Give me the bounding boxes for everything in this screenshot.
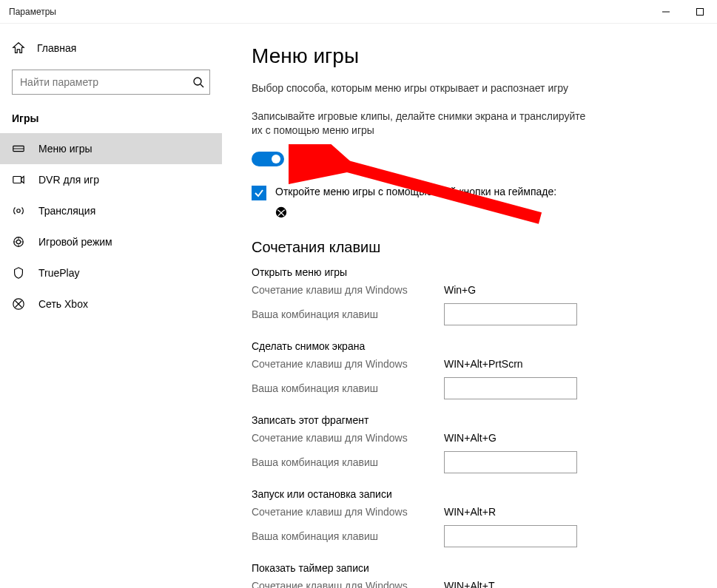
shortcut-group: Открыть меню игрыСочетание клавиш для Wi… — [252, 266, 687, 325]
xbox-button-icon — [275, 206, 687, 221]
search-wrap — [12, 70, 210, 95]
shortcut-group: Запуск или остановка записиСочетание кла… — [252, 488, 687, 547]
sidebar-item-label: Игровой режим — [38, 236, 112, 248]
window-controls — [649, 0, 717, 24]
game-mode-icon — [12, 235, 25, 249]
game-bar-toggle[interactable] — [252, 152, 284, 166]
shortcut-group: Сделать снимок экранаСочетание клавиш дл… — [252, 340, 687, 399]
search-icon — [192, 76, 204, 88]
page-title: Меню игры — [252, 44, 687, 68]
shortcut-user-label: Ваша комбинация клавиш — [252, 456, 444, 468]
svg-line-3 — [201, 84, 203, 87]
shortcut-group: Показать таймер записиСочетание клавиш д… — [252, 562, 687, 588]
shortcut-user-input[interactable] — [444, 525, 577, 547]
shortcut-user-row: Ваша комбинация клавиш — [252, 303, 687, 325]
shortcut-user-input[interactable] — [444, 377, 577, 399]
sidebar-item-game-bar[interactable]: Меню игры — [0, 133, 222, 164]
shortcut-name: Сделать снимок экрана — [252, 340, 687, 352]
sidebar-item-label: Трансляция — [38, 205, 95, 217]
svg-point-15 — [276, 207, 286, 217]
search-input[interactable] — [12, 70, 210, 95]
game-bar-icon — [12, 142, 25, 155]
home-label: Главная — [37, 42, 76, 54]
shortcut-windows-label: Сочетание клавиш для Windows — [252, 432, 444, 444]
shortcut-user-input[interactable] — [444, 451, 577, 473]
home-link[interactable]: Главная — [0, 36, 222, 61]
toggle-label: Вкл. — [293, 153, 314, 165]
shortcut-windows-value: WIN+Alt+G — [444, 432, 496, 444]
sidebar-item-label: Сеть Xbox — [38, 298, 88, 310]
sidebar-item-xbox-network[interactable]: Сеть Xbox — [0, 288, 222, 320]
shortcut-user-label: Ваша комбинация клавиш — [252, 530, 444, 542]
broadcast-icon — [12, 204, 25, 217]
shortcut-name: Показать таймер записи — [252, 562, 687, 574]
shortcut-windows-label: Сочетание клавиш для Windows — [252, 580, 444, 588]
shortcut-windows-value: WIN+Alt+T — [444, 580, 494, 588]
shortcut-user-input[interactable] — [444, 303, 577, 325]
shortcut-group: Записать этот фрагментСочетание клавиш д… — [252, 414, 687, 473]
shortcut-user-row: Ваша комбинация клавиш — [252, 377, 687, 399]
minimize-button[interactable] — [649, 0, 683, 24]
sidebar-item-trueplay[interactable]: TruePlay — [0, 257, 222, 288]
gamepad-checkbox[interactable] — [252, 186, 266, 200]
sidebar-item-game-mode[interactable]: Игровой режим — [0, 226, 222, 257]
sidebar-item-label: DVR для игр — [38, 174, 99, 186]
shortcut-windows-row: Сочетание клавиш для WindowsWIN+Alt+PrtS… — [252, 358, 687, 370]
shortcut-user-label: Ваша комбинация клавиш — [252, 382, 444, 394]
sidebar: Главная Игры Меню игры DVR для игр — [0, 24, 222, 588]
gamepad-checkbox-row: Откройте меню игры с помощью этой кнопки… — [252, 186, 607, 200]
shortcut-name: Запуск или остановка записи — [252, 488, 687, 500]
gamepad-checkbox-label: Откройте меню игры с помощью этой кнопки… — [275, 186, 556, 197]
page-description-2: Записывайте игровые клипы, делайте снимк… — [252, 109, 592, 138]
shortcuts-section-title: Сочетания клавиш — [252, 239, 687, 256]
shortcut-windows-label: Сочетание клавиш для Windows — [252, 506, 444, 518]
shortcut-user-row: Ваша комбинация клавиш — [252, 525, 687, 547]
window-title: Параметры — [9, 7, 56, 17]
shortcut-windows-row: Сочетание клавиш для WindowsWIN+Alt+T — [252, 580, 687, 588]
shortcut-windows-label: Сочетание клавиш для Windows — [252, 284, 444, 296]
shortcut-user-label: Ваша комбинация клавиш — [252, 308, 444, 320]
titlebar: Параметры — [0, 0, 717, 24]
svg-rect-1 — [697, 8, 704, 15]
trueplay-icon — [12, 266, 25, 280]
xbox-network-icon — [12, 297, 25, 311]
svg-point-2 — [194, 78, 201, 85]
shortcut-name: Открыть меню игры — [252, 266, 687, 278]
shortcut-name: Записать этот фрагмент — [252, 414, 687, 426]
dvr-icon — [12, 173, 25, 186]
shortcut-windows-row: Сочетание клавиш для WindowsWin+G — [252, 284, 687, 296]
game-bar-toggle-row: Вкл. — [252, 152, 687, 166]
maximize-button[interactable] — [683, 0, 717, 24]
shortcut-windows-row: Сочетание клавиш для WindowsWIN+Alt+R — [252, 506, 687, 518]
shortcut-windows-value: WIN+Alt+R — [444, 506, 496, 518]
shortcut-user-row: Ваша комбинация клавиш — [252, 451, 687, 473]
shortcut-windows-row: Сочетание клавиш для WindowsWIN+Alt+G — [252, 432, 687, 444]
svg-point-7 — [17, 209, 21, 213]
shortcut-windows-value: Win+G — [444, 284, 476, 296]
main-content: Меню игры Выбор способа, которым меню иг… — [222, 24, 717, 588]
sidebar-item-label: Меню игры — [38, 143, 92, 155]
sidebar-item-label: TruePlay — [38, 267, 80, 279]
sidebar-item-dvr[interactable]: DVR для игр — [0, 164, 222, 195]
sidebar-section-header: Игры — [0, 112, 222, 133]
shortcut-windows-value: WIN+Alt+PrtScrn — [444, 358, 523, 370]
page-description-1: Выбор способа, которым меню игры открыва… — [252, 81, 592, 96]
shortcut-windows-label: Сочетание клавиш для Windows — [252, 358, 444, 370]
svg-rect-6 — [13, 177, 21, 183]
sidebar-item-broadcast[interactable]: Трансляция — [0, 195, 222, 226]
home-icon — [12, 41, 25, 55]
svg-point-9 — [16, 240, 20, 243]
